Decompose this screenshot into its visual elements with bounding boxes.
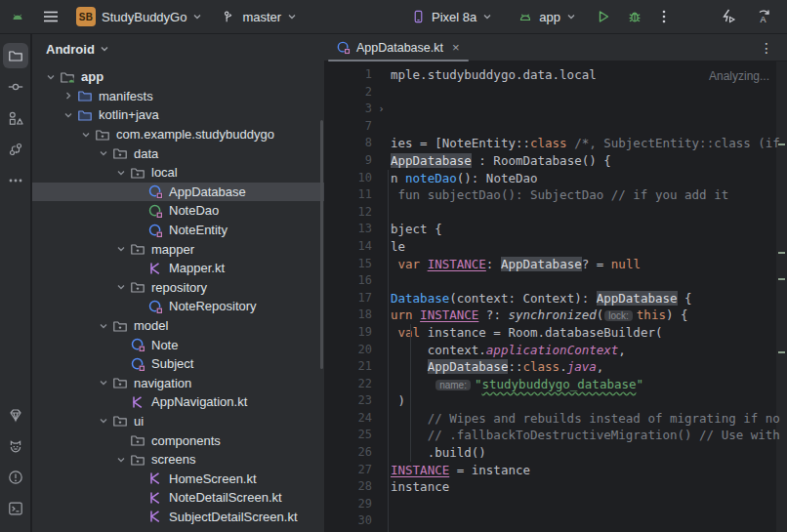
project-tool-icon[interactable]	[3, 43, 28, 68]
code-line-16[interactable]: 16	[324, 272, 787, 290]
project-widget[interactable]: SB StudyBuddyGo	[76, 7, 202, 26]
code-line-17[interactable]: 17Database(context: Context): AppDatabas…	[324, 290, 787, 307]
tree-item-notedao[interactable]: NoteDao	[32, 201, 324, 221]
tree-item-label: NoteDao	[169, 203, 219, 218]
code-line-11[interactable]: 11 fun subjectDao(): SubjectDao // if yo…	[324, 186, 787, 204]
tree-item-notedetailscreen-kt[interactable]: NoteDetailScreen.kt	[32, 488, 324, 508]
line-number: 15	[324, 256, 372, 273]
chevron-down-icon[interactable]	[60, 110, 77, 120]
chevron-down-icon	[100, 44, 109, 54]
tree-item-manifests[interactable]: manifests	[32, 87, 324, 106]
tree-item-note[interactable]: Note	[32, 335, 324, 354]
code-line-8[interactable]: 8ies = [NoteEntity::class /*, SubjectEnt…	[324, 135, 787, 152]
tree-item-noteentity[interactable]: NoteEntity	[32, 221, 324, 240]
tree-item-local[interactable]: local	[32, 163, 324, 183]
tree-item-ui[interactable]: ui	[32, 412, 324, 431]
project-view-selector[interactable]: Android	[32, 34, 324, 63]
code-line-22[interactable]: 22 name:"studybuddygo_database"	[324, 376, 787, 393]
device-selector[interactable]: Pixel 8a	[411, 9, 492, 24]
code-line-26[interactable]: 26 .build()	[324, 444, 787, 462]
code-line-3[interactable]: 3›	[324, 101, 787, 118]
chevron-down-icon[interactable]	[112, 168, 130, 178]
package-icon	[112, 145, 129, 161]
code-line-28[interactable]: 28instance	[324, 478, 787, 496]
folder-icon	[77, 88, 94, 103]
chevron-down-icon[interactable]	[95, 378, 112, 388]
hamburger-menu-icon[interactable]	[41, 7, 61, 26]
app-quality-insights-tool-icon[interactable]	[3, 402, 28, 428]
tree-item-data[interactable]: data	[32, 143, 324, 163]
tree-item-components[interactable]: components	[32, 430, 324, 450]
chevron-down-icon[interactable]	[95, 321, 112, 331]
tree-item-screens[interactable]: screens	[32, 450, 324, 470]
code-line-30[interactable]: 30	[324, 512, 787, 530]
chevron-down-icon[interactable]	[95, 416, 112, 426]
code-line-23[interactable]: 23 )	[324, 392, 787, 410]
code-line-9[interactable]: 9AppDatabase : RoomDatabase() {	[324, 152, 787, 170]
chevron-down-icon	[482, 12, 492, 21]
code-line-12[interactable]: 12	[324, 204, 787, 222]
code-line-14[interactable]: 14le	[324, 238, 787, 256]
chevron-down-icon[interactable]	[112, 282, 130, 292]
apply-code-changes-icon[interactable]: A	[754, 7, 773, 26]
tree-item-noterepository[interactable]: NoteRepository	[32, 297, 324, 316]
more-tool-windows-icon[interactable]	[3, 168, 28, 193]
chevron-right-icon[interactable]	[60, 91, 77, 101]
more-actions-kebab-icon[interactable]	[654, 7, 674, 26]
pull-requests-tool-icon[interactable]	[3, 137, 28, 162]
run-button[interactable]	[594, 7, 613, 26]
chevron-down-icon[interactable]	[42, 72, 60, 82]
debug-button[interactable]	[625, 7, 644, 26]
tree-item-app[interactable]: app	[32, 67, 324, 87]
code-surface[interactable]: 1mple.studybuddygo.data.local23›78ies = …	[324, 61, 787, 532]
line-number: 3	[324, 101, 372, 118]
code-line-21[interactable]: 21 AppDatabase::class.java,	[324, 358, 787, 376]
code-line-19[interactable]: 19 val instance = Room.databaseBuilder(	[324, 324, 787, 342]
chevron-down-icon[interactable]	[112, 455, 130, 465]
apply-changes-icon[interactable]	[719, 7, 738, 26]
code-line-2[interactable]: 2	[324, 84, 787, 102]
tree-item-homescreen-kt[interactable]: HomeScreen.kt	[32, 469, 324, 488]
code-line-10[interactable]: 10n noteDao(): NoteDao	[324, 170, 787, 187]
tab-appdatabase[interactable]: AppDatabase.kt ×	[324, 34, 473, 61]
tree-item-appnavigation-kt[interactable]: AppNavigation.kt	[32, 392, 324, 412]
code-line-7[interactable]: 7	[324, 118, 787, 136]
vcs-branch-widget[interactable]: master	[222, 10, 297, 24]
code-line-18[interactable]: 18urn INSTANCE ?: synchronized(lock:this…	[324, 307, 787, 324]
commit-tool-icon[interactable]	[3, 74, 28, 100]
code-line-20[interactable]: 20 context.applicationContext,	[324, 342, 787, 359]
fold-spacer	[372, 84, 391, 102]
tree-item-com-example-studybuddygo[interactable]: com.example.studybuddygo	[32, 125, 324, 144]
editor-scrollbar[interactable]	[776, 61, 787, 532]
code-line-15[interactable]: 15 var INSTANCE: AppDatabase? = null	[324, 256, 787, 273]
tree-item-mapper-kt[interactable]: Mapper.kt	[32, 259, 324, 278]
tree-item-mapper[interactable]: mapper	[32, 239, 324, 259]
code-line-25[interactable]: 25 // .fallbackToDestructiveMigration() …	[324, 427, 787, 444]
tree-item-subject[interactable]: Subject	[32, 354, 324, 374]
editor-options-kebab-icon[interactable]: ⋮	[756, 40, 777, 56]
resource-manager-tool-icon[interactable]	[3, 105, 28, 131]
code-line-29[interactable]: 29	[324, 496, 787, 513]
chevron-down-icon[interactable]	[112, 244, 130, 254]
tree-item-repository[interactable]: repository	[32, 278, 324, 298]
terminal-tool-icon[interactable]	[3, 496, 28, 521]
project-panel-scrollbar[interactable]	[320, 120, 323, 369]
fold-collapsed-icon[interactable]: ›	[372, 101, 391, 118]
line-number: 22	[324, 376, 372, 393]
run-configuration-selector[interactable]: app	[518, 10, 576, 24]
line-number: 14	[324, 238, 372, 256]
close-tab-icon[interactable]: ×	[449, 40, 463, 55]
tree-item-model[interactable]: model	[32, 316, 324, 336]
logcat-tool-icon[interactable]	[3, 433, 28, 459]
code-line-24[interactable]: 24 // Wipes and rebuilds instead of migr…	[324, 410, 787, 428]
chevron-down-icon[interactable]	[77, 130, 95, 140]
device-phone-icon	[411, 9, 426, 24]
tree-item-subjectdetailscreen-kt[interactable]: SubjectDetailScreen.kt	[32, 508, 324, 527]
code-line-27[interactable]: 27INSTANCE = instance	[324, 462, 787, 479]
tree-item-navigation[interactable]: navigation	[32, 374, 324, 393]
chevron-down-icon[interactable]	[95, 148, 112, 158]
code-line-13[interactable]: 13bject {	[324, 221, 787, 238]
problems-tool-icon[interactable]	[3, 465, 28, 490]
tree-item-appdatabase[interactable]: AppDatabase	[32, 183, 324, 202]
tree-item-kotlin-java[interactable]: kotlin+java	[32, 105, 324, 125]
